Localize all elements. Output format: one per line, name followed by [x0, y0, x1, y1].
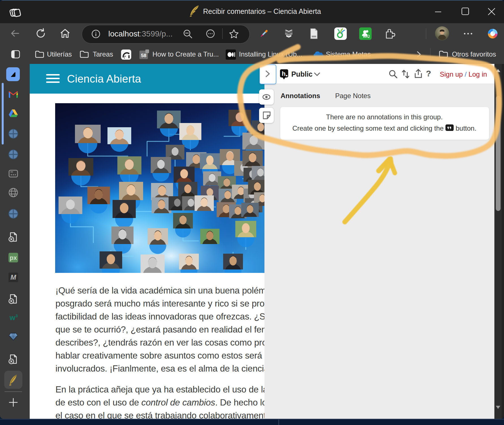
svg-text:M: M: [10, 273, 16, 281]
svg-text:px: px: [10, 254, 17, 261]
svg-text:58: 58: [141, 53, 147, 58]
svg-text:h: h: [282, 70, 285, 77]
svg-text:w: w: [9, 313, 16, 322]
svg-text:3: 3: [16, 314, 18, 318]
svg-text:WA: WA: [363, 35, 368, 38]
